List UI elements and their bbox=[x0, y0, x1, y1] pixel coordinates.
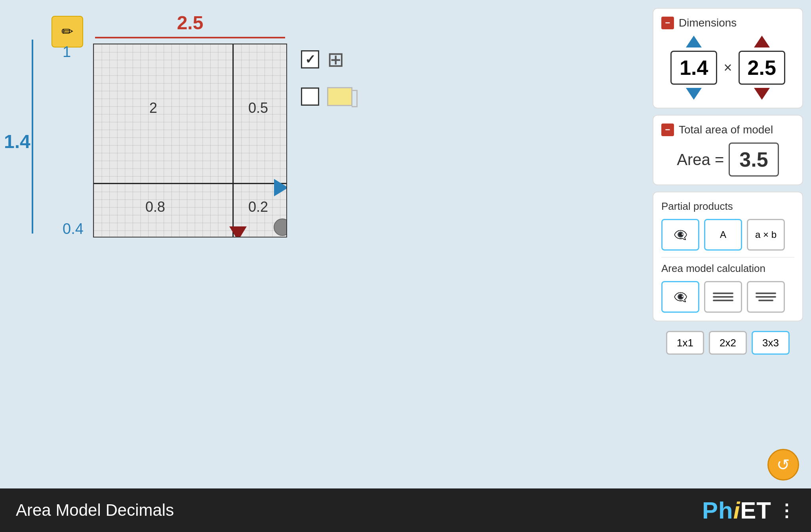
dimensions-header-icon bbox=[661, 17, 674, 29]
dim1-up-arrow[interactable] bbox=[686, 36, 702, 48]
pp-btn-a[interactable]: A bbox=[704, 219, 742, 251]
dim2-down-arrow[interactable] bbox=[754, 88, 770, 100]
amc-eye-icon: 👁‍🗨 bbox=[674, 291, 687, 304]
lines-icon-1 bbox=[713, 293, 733, 301]
dimensions-card: Dimensions 1.4 × 2.5 bbox=[653, 8, 803, 108]
rect-icon-container bbox=[327, 87, 352, 106]
quad-bottom-right: 0.2 bbox=[248, 199, 268, 215]
amc-btn-lines1[interactable] bbox=[704, 281, 742, 313]
dim1-value: 1.4 bbox=[670, 51, 717, 85]
area-display: Area = 3.5 bbox=[661, 142, 794, 177]
eraser-icon: ✏ bbox=[61, 23, 73, 40]
area-label: Area = bbox=[677, 151, 724, 169]
quad-bottom-left: 0.8 bbox=[145, 199, 165, 215]
top-dimension-value: 2.5 bbox=[177, 12, 204, 34]
grid-checkbox[interactable] bbox=[301, 50, 319, 68]
dim2-spinner: 2.5 bbox=[739, 36, 785, 100]
pp-btn-a-label: A bbox=[720, 229, 726, 240]
left-area: ✏ 2.5 2 0.5 1.4 1 0.4 bbox=[0, 0, 645, 488]
size-1x1[interactable]: 1x1 bbox=[666, 331, 704, 355]
dimensions-display: 1.4 × 2.5 bbox=[661, 36, 794, 100]
size-2x2[interactable]: 2x2 bbox=[709, 331, 747, 355]
partial-products-title: Partial products bbox=[661, 200, 794, 213]
dimensions-header: Dimensions bbox=[661, 17, 794, 29]
grid-checkbox-row: ⊞ bbox=[301, 48, 352, 71]
quad-top-left: 2 bbox=[149, 100, 157, 116]
eye-slash-icon: 👁‍🗨 bbox=[674, 228, 687, 241]
left-dim-top: 1 bbox=[63, 44, 84, 61]
eraser-button[interactable]: ✏ bbox=[51, 16, 83, 48]
rect-icon bbox=[327, 87, 352, 106]
app-title: Area Model Decimals bbox=[16, 501, 174, 520]
total-area-card: Total area of model Area = 3.5 bbox=[653, 115, 803, 185]
total-area-header-icon bbox=[661, 124, 674, 136]
left-dimension-container: 1.4 bbox=[32, 40, 33, 234]
refresh-icon: ↺ bbox=[777, 456, 790, 474]
dimensions-title: Dimensions bbox=[679, 17, 737, 29]
amc-btn-eye[interactable]: 👁‍🗨 bbox=[661, 281, 699, 313]
left-dimension-sub: 1 0.4 bbox=[63, 44, 84, 238]
amc-btn-lines2[interactable] bbox=[747, 281, 785, 313]
dim1-spinner: 1.4 bbox=[670, 36, 717, 100]
size-buttons: 1x1 2x2 3x3 bbox=[653, 331, 803, 355]
left-dimension-value: 1.4 bbox=[4, 131, 30, 152]
right-panel: Dimensions 1.4 × 2.5 Total area bbox=[645, 0, 811, 488]
refresh-button[interactable]: ↺ bbox=[767, 449, 799, 481]
amc-buttons: 👁‍🗨 bbox=[661, 281, 794, 313]
left-dim-content: 1.4 bbox=[32, 40, 33, 234]
pp-btn-axb-label: a × b bbox=[755, 229, 777, 240]
dim2-up-arrow[interactable] bbox=[754, 36, 770, 48]
grid-vertical-divider bbox=[232, 44, 234, 237]
dim2-value: 2.5 bbox=[739, 51, 785, 85]
total-area-title: Total area of model bbox=[679, 124, 773, 136]
amc-title: Area model calculation bbox=[661, 262, 794, 275]
grid-controls: ⊞ bbox=[301, 48, 352, 106]
pp-btn-axb[interactable]: a × b bbox=[747, 219, 785, 251]
multiply-symbol: × bbox=[723, 59, 732, 76]
top-dimension-line bbox=[95, 37, 285, 38]
lines-icon-2 bbox=[756, 293, 776, 301]
left-dimension-line bbox=[32, 40, 33, 234]
size-1x1-label: 1x1 bbox=[677, 337, 693, 349]
total-area-header: Total area of model bbox=[661, 124, 794, 136]
grid-icon: ⊞ bbox=[327, 48, 345, 71]
grid-horizontal-divider bbox=[94, 183, 286, 184]
dim1-down-arrow[interactable] bbox=[686, 88, 702, 100]
pp-divider bbox=[661, 257, 794, 258]
pp-buttons: 👁‍🗨 A a × b bbox=[661, 219, 794, 251]
size-2x2-label: 2x2 bbox=[720, 337, 736, 349]
phet-dots: ⋮ bbox=[778, 500, 795, 521]
pp-btn-eye[interactable]: 👁‍🗨 bbox=[661, 219, 699, 251]
partial-products-card: Partial products 👁‍🗨 A a × b Area model … bbox=[653, 192, 803, 321]
vertical-handle[interactable] bbox=[229, 226, 247, 238]
size-3x3-label: 3x3 bbox=[762, 337, 779, 349]
area-grid: 2 0.5 0.8 0.2 bbox=[93, 44, 287, 238]
phet-logo: PhiET ⋮ bbox=[702, 497, 795, 524]
rect-checkbox[interactable] bbox=[301, 87, 319, 106]
area-value: 3.5 bbox=[729, 142, 779, 177]
horizontal-handle[interactable] bbox=[274, 179, 287, 196]
rect-checkbox-row bbox=[301, 87, 352, 106]
size-3x3[interactable]: 3x3 bbox=[752, 331, 790, 355]
quad-top-right: 0.5 bbox=[248, 100, 268, 116]
bottom-bar: Area Model Decimals PhiET ⋮ bbox=[0, 488, 811, 532]
phet-logo-text: PhiET bbox=[702, 497, 771, 524]
left-dim-bottom: 0.4 bbox=[63, 220, 84, 238]
main-content: ✏ 2.5 2 0.5 1.4 1 0.4 bbox=[0, 0, 811, 488]
